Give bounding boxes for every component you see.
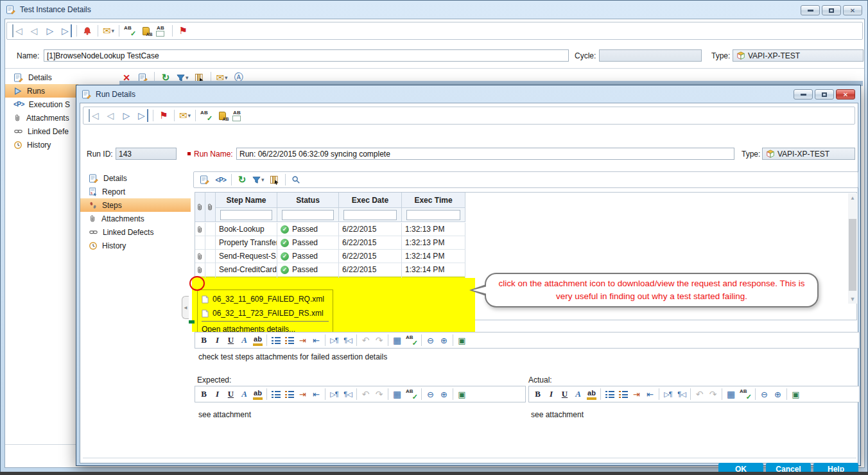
- next-record-icon[interactable]: ▷: [44, 24, 56, 37]
- last-record-icon[interactable]: ▷: [137, 109, 148, 122]
- column-header-exec-time[interactable]: Exec Time: [402, 193, 465, 208]
- check-spelling-icon[interactable]: AB✓: [200, 110, 212, 121]
- rtl-paragraph-icon[interactable]: ¶◁: [343, 334, 352, 346]
- dialog-sidebar-item-attachments[interactable]: Attachments: [80, 212, 191, 225]
- filter-icon[interactable]: ▾: [252, 173, 265, 186]
- insert-table-icon[interactable]: ▦: [392, 388, 402, 400]
- bullet-list-icon[interactable]: [605, 388, 614, 400]
- spelling-options-icon[interactable]: AB: [232, 110, 244, 121]
- thesaurus-icon[interactable]: AB: [216, 109, 228, 122]
- scroll-down-icon[interactable]: ▼: [848, 295, 857, 304]
- filter-status-input[interactable]: [282, 210, 334, 220]
- underline-icon[interactable]: U: [226, 388, 236, 400]
- find-icon[interactable]: [290, 173, 302, 186]
- last-record-icon[interactable]: ▷: [60, 24, 72, 37]
- dialog-sidebar-item-history[interactable]: History: [80, 239, 191, 252]
- send-mail-icon[interactable]: ✉▾: [179, 109, 191, 122]
- text-highlight-icon[interactable]: ab: [587, 388, 596, 400]
- alerts-bell-icon[interactable]: [82, 24, 93, 37]
- thesaurus-icon[interactable]: AB: [140, 24, 152, 37]
- spell-check-icon[interactable]: AB✓: [406, 388, 417, 400]
- outdent-icon[interactable]: ⇤: [645, 388, 655, 400]
- underline-icon[interactable]: U: [560, 388, 569, 400]
- table-row[interactable]: Book-Lookup ✓Passed 6/22/2015 1:32:13 PM: [195, 223, 465, 236]
- insert-table-icon[interactable]: ▦: [392, 334, 402, 346]
- numbered-list-icon[interactable]: [284, 334, 294, 346]
- bullet-list-icon[interactable]: [271, 334, 281, 346]
- ltr-paragraph-icon[interactable]: ▷¶: [663, 388, 673, 400]
- close-button[interactable]: ✕: [843, 5, 862, 15]
- sidebar-item-attachments[interactable]: Attachments: [5, 111, 78, 125]
- zoom-out-icon[interactable]: ⊖: [426, 388, 435, 400]
- undo-icon[interactable]: ↶: [695, 388, 704, 400]
- text-highlight-icon[interactable]: ab: [253, 388, 263, 400]
- sidebar-item-execution-settings[interactable]: <P> Execution S: [5, 98, 78, 111]
- first-record-icon[interactable]: ◁: [12, 24, 24, 37]
- column-header-exec-date[interactable]: Exec Date: [339, 193, 402, 208]
- dialog-restore-button[interactable]: [815, 89, 834, 99]
- zoom-out-icon[interactable]: ⊖: [426, 334, 435, 346]
- numbered-list-icon[interactable]: [618, 388, 628, 400]
- column-header-step-name[interactable]: Step Name: [216, 193, 277, 208]
- attachment-menu-item[interactable]: 06_32_11_723_FAILED_RS.xml: [198, 306, 333, 320]
- zoom-in-icon[interactable]: ⊕: [439, 334, 449, 346]
- collapse-sidebar-handle[interactable]: ◄: [182, 296, 189, 319]
- font-color-icon[interactable]: A: [239, 334, 249, 346]
- row-attachment-icon[interactable]: [196, 265, 204, 275]
- indent-icon[interactable]: ⇥: [632, 388, 641, 400]
- name-input[interactable]: [44, 49, 569, 62]
- cycle-input[interactable]: [599, 49, 702, 62]
- undo-icon[interactable]: ↶: [361, 388, 370, 400]
- parameters-icon[interactable]: <P>: [215, 173, 227, 186]
- undo-icon[interactable]: ↶: [361, 334, 370, 346]
- dialog-sidebar-item-details[interactable]: Details: [80, 171, 191, 185]
- numbered-list-icon[interactable]: [284, 388, 294, 400]
- italic-icon[interactable]: I: [213, 334, 222, 346]
- rtl-paragraph-icon[interactable]: ¶◁: [677, 388, 686, 400]
- ltr-paragraph-icon[interactable]: ▷¶: [329, 388, 339, 400]
- fullscreen-icon[interactable]: ▣: [791, 388, 801, 400]
- dialog-sidebar-item-report[interactable]: Report: [80, 185, 191, 198]
- dialog-title-bar[interactable]: Run Details ✕: [76, 85, 860, 103]
- previous-record-icon[interactable]: ◁: [105, 109, 116, 122]
- follow-up-flag-icon[interactable]: ⚑: [158, 109, 169, 122]
- dialog-sidebar-item-linked-defects[interactable]: Linked Defects: [80, 225, 191, 239]
- filter-exec-date-input[interactable]: [343, 210, 397, 220]
- restore-button[interactable]: [822, 5, 841, 15]
- bullet-list-icon[interactable]: [271, 388, 281, 400]
- text-highlight-icon[interactable]: ab: [253, 334, 263, 346]
- sidebar-item-details[interactable]: Details: [5, 71, 78, 84]
- spelling-options-icon[interactable]: AB: [156, 26, 168, 37]
- font-color-icon[interactable]: A: [239, 388, 249, 400]
- font-color-icon[interactable]: A: [573, 388, 583, 400]
- run-name-input[interactable]: [236, 148, 734, 160]
- sidebar-item-history[interactable]: History: [5, 138, 78, 151]
- spell-check-icon[interactable]: AB✓: [740, 388, 751, 400]
- outdent-icon[interactable]: ⇤: [311, 334, 321, 346]
- dialog-minimize-button[interactable]: [794, 89, 813, 99]
- ltr-paragraph-icon[interactable]: ▷¶: [329, 334, 339, 346]
- outdent-icon[interactable]: ⇤: [311, 388, 321, 400]
- filter-step-name-input[interactable]: [220, 210, 273, 220]
- previous-record-icon[interactable]: ◁: [28, 24, 40, 37]
- sidebar-item-runs[interactable]: Runs: [5, 84, 78, 98]
- vertical-scrollbar[interactable]: ▲ ▼: [848, 193, 857, 304]
- table-row[interactable]: Send-CreditCard... ✓Passed 6/22/2015 1:3…: [195, 263, 465, 277]
- attachment-column-header-1[interactable]: [195, 193, 205, 222]
- redo-icon[interactable]: ↷: [374, 388, 384, 400]
- indent-icon[interactable]: ⇥: [298, 334, 308, 346]
- refresh-icon[interactable]: ↻: [236, 173, 248, 186]
- step-details-icon[interactable]: [199, 173, 211, 186]
- table-row[interactable]: Property Transfer ✓Passed 6/22/2015 1:32…: [195, 236, 465, 250]
- check-spelling-icon[interactable]: AB✓: [124, 25, 135, 37]
- bold-icon[interactable]: B: [199, 334, 209, 346]
- zoom-in-icon[interactable]: ⊕: [773, 388, 783, 400]
- zoom-in-icon[interactable]: ⊕: [439, 388, 449, 400]
- first-record-icon[interactable]: ◁: [89, 109, 100, 122]
- dialog-sidebar-item-steps[interactable]: Steps: [80, 198, 191, 212]
- spell-check-icon[interactable]: AB✓: [406, 334, 417, 346]
- row-attachment-icon[interactable]: [196, 225, 204, 234]
- table-row[interactable]: Send-Request-S... ✓Passed 6/22/2015 1:32…: [195, 250, 465, 263]
- fullscreen-icon[interactable]: ▣: [457, 388, 467, 400]
- underline-icon[interactable]: U: [226, 334, 236, 346]
